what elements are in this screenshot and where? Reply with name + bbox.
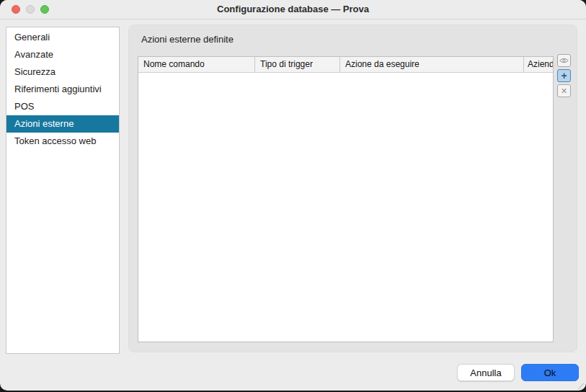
minimize-window-button[interactable] [26,5,35,14]
dialog-window: Configurazione database — Prova Generali… [0,0,586,391]
add-action-button[interactable]: + [557,69,571,82]
plus-icon: + [561,71,567,81]
column-header-nome-comando[interactable]: Nome comando [138,57,255,72]
settings-sidebar: Generali Avanzate Sicurezza Riferimenti … [6,27,120,354]
sidebar-item-avanzate[interactable]: Avanzate [6,46,119,63]
sidebar-item-pos[interactable]: POS [6,98,119,115]
delete-action-button[interactable]: ✕ [557,84,571,97]
sidebar-item-riferimenti-aggiuntivi[interactable]: Riferimenti aggiuntivi [6,81,119,98]
sidebar-item-token-accesso-web[interactable]: Token accesso web [6,133,119,150]
sidebar-item-generali[interactable]: Generali [6,29,119,46]
sidebar-item-sicurezza[interactable]: Sicurezza [6,63,119,81]
eye-icon [559,57,569,64]
resize-grip[interactable] [577,380,585,389]
traffic-lights [12,5,49,14]
column-header-tipo-di-trigger[interactable]: Tipo di trigger [255,57,340,72]
sidebar-item-azioni-esterne[interactable]: Azioni esterne [6,115,119,133]
column-header-azione-da-eseguire[interactable]: Azione da eseguire [340,57,524,72]
table-body-empty[interactable] [138,73,553,342]
view-action-button[interactable] [557,54,571,67]
table-header-row: Nome comando Tipo di trigger Azione da e… [138,57,553,73]
ok-button[interactable]: Ok [521,364,579,381]
external-actions-table: Nome comando Tipo di trigger Azione da e… [138,56,554,342]
window-title: Configurazione database — Prova [0,0,586,19]
close-window-button[interactable] [12,5,20,14]
column-header-azienda[interactable]: Azienda [524,57,553,72]
dialog-content: Generali Avanzate Sicurezza Riferimenti … [0,19,586,390]
cancel-button[interactable]: Annulla [457,364,515,381]
titlebar[interactable]: Configurazione database — Prova [0,0,586,19]
x-icon: ✕ [561,87,567,95]
zoom-window-button[interactable] [40,5,49,14]
table-toolbar: + ✕ [557,54,571,97]
resize-grip-icon [577,382,585,391]
section-title: Azioni esterne definite [141,34,234,45]
main-panel: Azioni esterne definite Nome comando Tip… [128,24,577,352]
